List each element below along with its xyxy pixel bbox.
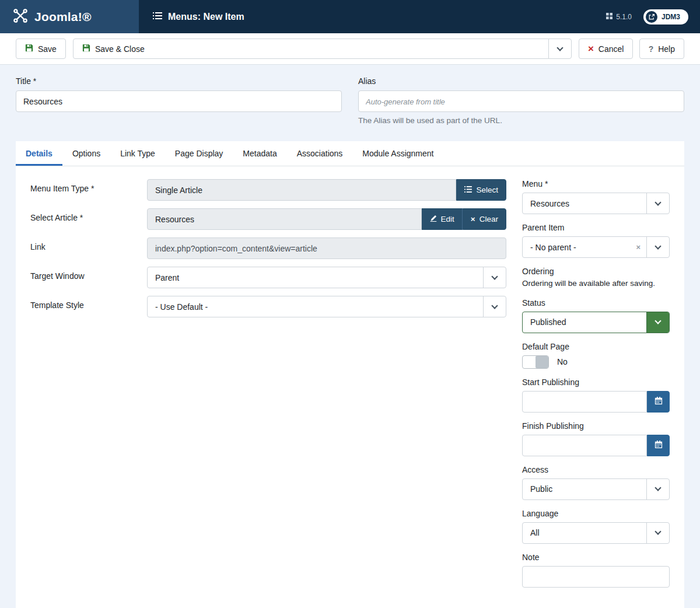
menu-item-type-value: Single Article: [147, 179, 456, 201]
clear-x-icon: ×: [471, 215, 475, 223]
joomla-brand[interactable]: Joomla!®: [0, 0, 139, 33]
tab-details[interactable]: Details: [16, 141, 62, 166]
note-label: Note: [522, 553, 670, 562]
toggle-knob: [536, 356, 548, 368]
chevron-down-icon: [646, 523, 669, 543]
calendar-icon: [654, 441, 663, 450]
template-style-row: Template Style - Use Default -: [30, 296, 506, 317]
chevron-down-icon: [646, 479, 669, 499]
tab-options[interactable]: Options: [62, 141, 110, 166]
chevron-down-icon: [483, 296, 506, 317]
page-title: Menus: New Item: [153, 12, 244, 22]
access-group: Access Public: [522, 465, 670, 500]
joomla-version: 5.1.0: [606, 13, 632, 21]
ordering-note: Ordering will be available after saving.: [522, 278, 670, 289]
help-button[interactable]: ? Help: [639, 39, 684, 59]
version-icon: [606, 13, 612, 21]
menu-item-type-row: Menu Item Type * Single Article: [30, 179, 506, 201]
article-clear-button[interactable]: × Clear: [463, 208, 506, 230]
template-style-label: Template Style: [30, 296, 147, 317]
tab-bar: Details Options Link Type Page Display M…: [16, 141, 684, 166]
alias-input[interactable]: [358, 90, 684, 112]
site-badge-text: JDM3: [662, 13, 680, 21]
link-row: Link index.php?option=com_content&view=a…: [30, 237, 506, 259]
brand-wordmark: Joomla!®: [34, 10, 92, 24]
status-label: Status: [522, 298, 670, 308]
language-group: Language All: [522, 509, 670, 544]
menu-select-value: Resources: [530, 199, 642, 208]
start-publishing-input[interactable]: [522, 391, 647, 413]
save-button-label: Save: [38, 44, 57, 54]
details-aside-column: Menu * Resources Parent Item - No parent…: [522, 179, 670, 596]
save-button[interactable]: Save: [16, 39, 66, 59]
language-select[interactable]: All: [522, 522, 670, 544]
save-close-button[interactable]: Save & Close: [73, 39, 549, 59]
chevron-down-icon: [556, 44, 563, 51]
details-main-column: Menu Item Type * Single Article: [30, 179, 506, 596]
save-close-button-label: Save & Close: [95, 44, 145, 54]
help-button-label: Help: [658, 44, 675, 54]
status-group: Status Published: [522, 298, 670, 333]
clear-button-label: Clear: [480, 215, 498, 223]
parent-item-value: - No parent -: [530, 243, 635, 252]
tab-associations[interactable]: Associations: [287, 141, 353, 166]
menus-list-icon: [153, 12, 162, 22]
status-select[interactable]: Published: [522, 312, 670, 333]
menu-select[interactable]: Resources: [522, 193, 670, 214]
cancel-x-icon: ×: [588, 44, 594, 54]
tab-link-type[interactable]: Link Type: [110, 141, 165, 166]
finish-publishing-group: Finish Publishing: [522, 421, 670, 456]
finish-publishing-label: Finish Publishing: [522, 421, 670, 431]
language-label: Language: [522, 509, 670, 518]
default-page-label: Default Page: [522, 342, 670, 351]
action-toolbar: Save Save & Close × Cancel ? Help: [0, 33, 700, 65]
title-alias-row: Title * Alias The Alias will be used as …: [0, 65, 700, 125]
menu-item-type-label: Menu Item Type *: [30, 179, 147, 201]
access-value: Public: [530, 484, 642, 494]
menu-item-card: Details Options Link Type Page Display M…: [16, 141, 684, 608]
save-dropdown-toggle[interactable]: [548, 39, 572, 59]
default-page-group: Default Page No: [522, 342, 670, 369]
template-style-select[interactable]: - Use Default -: [147, 296, 506, 317]
list-icon: [464, 186, 472, 194]
note-input[interactable]: [522, 566, 670, 588]
ordering-group: Ordering Ordering will be available afte…: [522, 267, 670, 289]
tab-page-display[interactable]: Page Display: [165, 141, 233, 166]
menu-item-type-select-button[interactable]: Select: [456, 179, 506, 201]
cancel-button[interactable]: × Cancel: [579, 39, 634, 59]
ordering-label: Ordering: [522, 267, 670, 276]
select-button-label: Select: [476, 186, 498, 194]
default-page-toggle[interactable]: [522, 355, 549, 369]
joomla-logo-icon: [13, 8, 28, 26]
header-bar: Menus: New Item 5.1.0 JDM3: [139, 0, 700, 33]
alias-help-text: The Alias will be used as part of the UR…: [358, 116, 684, 125]
article-edit-button[interactable]: Edit: [422, 208, 463, 230]
finish-publishing-calendar-button[interactable]: [647, 435, 670, 456]
note-group: Note: [522, 553, 670, 588]
chevron-down-icon: [483, 267, 506, 288]
tab-metadata[interactable]: Metadata: [233, 141, 286, 166]
start-publishing-calendar-button[interactable]: [647, 391, 670, 413]
parent-item-select[interactable]: - No parent - ×: [522, 236, 670, 258]
select-article-row: Select Article * Resources Edit: [30, 208, 506, 230]
start-publishing-label: Start Publishing: [522, 378, 670, 387]
chevron-down-icon: [646, 312, 669, 333]
access-label: Access: [522, 465, 670, 474]
access-select[interactable]: Public: [522, 478, 670, 500]
tab-module-assignment[interactable]: Module Assignment: [352, 141, 443, 166]
pencil-icon: [430, 215, 437, 223]
chevron-down-icon: [646, 237, 669, 257]
preview-site-button[interactable]: JDM3: [643, 9, 688, 25]
title-input[interactable]: [16, 90, 342, 112]
help-icon: ?: [649, 44, 654, 54]
link-label: Link: [30, 237, 147, 259]
finish-publishing-input[interactable]: [522, 435, 647, 456]
select-article-label: Select Article *: [30, 208, 147, 230]
target-window-select[interactable]: Parent: [147, 267, 506, 288]
save-close-icon: [82, 44, 90, 54]
remove-selection-icon[interactable]: ×: [635, 243, 642, 251]
menu-group: Menu * Resources: [522, 179, 670, 214]
chevron-down-icon: [646, 193, 669, 214]
alias-label: Alias: [358, 76, 684, 86]
target-window-value: Parent: [155, 273, 478, 282]
